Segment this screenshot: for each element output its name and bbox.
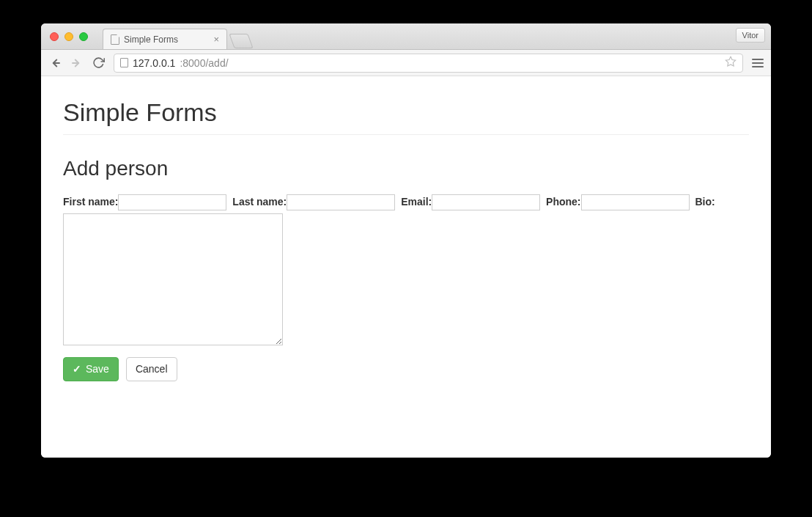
last-name-label: Last name: bbox=[232, 196, 287, 208]
divider bbox=[63, 134, 749, 135]
svg-marker-2 bbox=[726, 56, 735, 66]
phone-input[interactable] bbox=[581, 194, 690, 210]
new-tab-button[interactable] bbox=[229, 34, 253, 48]
reload-button[interactable] bbox=[92, 56, 105, 69]
hamburger-icon bbox=[752, 59, 764, 67]
section-title: Add person bbox=[63, 157, 749, 180]
close-window-button[interactable] bbox=[50, 32, 59, 41]
url-host: 127.0.0.1 bbox=[133, 57, 175, 69]
address-bar[interactable]: 127.0.0.1:8000/add/ bbox=[114, 54, 743, 73]
menu-button[interactable] bbox=[752, 59, 764, 67]
check-icon bbox=[73, 362, 81, 377]
email-input[interactable] bbox=[432, 194, 540, 210]
save-button[interactable]: Save bbox=[63, 357, 119, 382]
page-content: Simple Forms Add person First name: Last… bbox=[41, 76, 771, 458]
maximize-window-button[interactable] bbox=[79, 32, 88, 41]
bookmark-star-icon[interactable] bbox=[725, 56, 737, 70]
cancel-button[interactable]: Cancel bbox=[126, 357, 177, 382]
phone-label: Phone: bbox=[546, 196, 580, 208]
url-path: :8000/add/ bbox=[180, 57, 228, 69]
bio-textarea[interactable] bbox=[63, 213, 283, 345]
browser-window: Simple Forms × Vitor 127.0.0.1:8000/add/ bbox=[41, 23, 771, 458]
cancel-button-label: Cancel bbox=[136, 362, 168, 377]
person-form: First name: Last name: Email: Phone: Bio… bbox=[63, 194, 749, 345]
form-actions: Save Cancel bbox=[63, 357, 749, 382]
forward-button[interactable] bbox=[70, 56, 84, 70]
browser-tab[interactable]: Simple Forms × bbox=[103, 29, 227, 49]
window-titlebar: Simple Forms × Vitor bbox=[41, 23, 771, 50]
close-tab-icon[interactable]: × bbox=[213, 34, 219, 44]
last-name-input[interactable] bbox=[287, 194, 395, 210]
save-button-label: Save bbox=[86, 362, 109, 377]
first-name-label: First name: bbox=[63, 196, 118, 208]
site-icon bbox=[120, 58, 128, 67]
tab-title: Simple Forms bbox=[124, 34, 178, 45]
browser-toolbar: 127.0.0.1:8000/add/ bbox=[41, 50, 771, 76]
page-icon bbox=[111, 34, 119, 45]
minimize-window-button[interactable] bbox=[64, 32, 73, 41]
tab-strip: Simple Forms × bbox=[103, 23, 251, 49]
first-name-input[interactable] bbox=[118, 194, 226, 210]
profile-badge[interactable]: Vitor bbox=[736, 28, 765, 43]
traffic-lights bbox=[41, 32, 88, 41]
bio-label: Bio: bbox=[695, 196, 715, 208]
page-title: Simple Forms bbox=[63, 98, 749, 127]
back-button[interactable] bbox=[48, 56, 62, 70]
email-label: Email: bbox=[401, 196, 432, 208]
